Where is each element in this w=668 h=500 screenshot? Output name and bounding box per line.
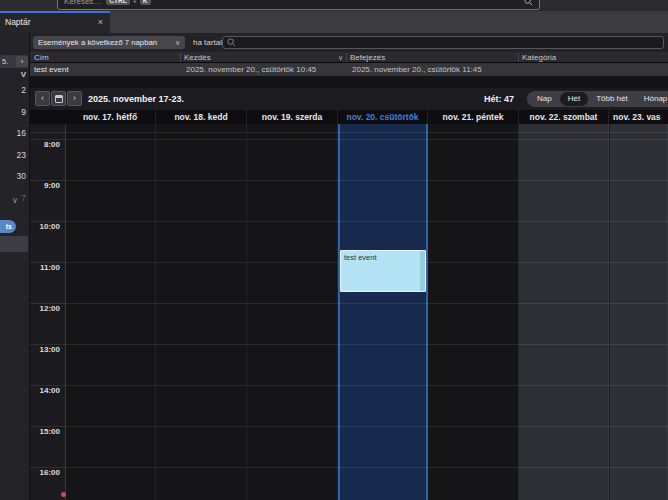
hour-label: 14:00 bbox=[30, 386, 60, 395]
date-range-title: 2025. november 17-23. bbox=[88, 88, 184, 110]
tab-strip: Naptár × bbox=[0, 11, 668, 33]
view-toggle-group: NapHétTöbb hétHónap bbox=[527, 91, 668, 107]
table-cell: 2025. november 20., csütörtök 10:45 bbox=[186, 63, 316, 76]
hour-label: 8:00 bbox=[30, 140, 60, 149]
tab-calendar[interactable]: Naptár × bbox=[0, 11, 110, 33]
minimonth-date[interactable]: 23 bbox=[0, 150, 26, 160]
column-header[interactable]: Cím bbox=[34, 52, 49, 63]
hour-label: 9:00 bbox=[30, 181, 60, 190]
minimonth-weekday-header: V bbox=[0, 70, 26, 79]
global-search-placeholder: Keresés… bbox=[64, 0, 101, 6]
hour-label: 12:00 bbox=[30, 304, 60, 313]
chevron-down-icon[interactable]: ∨ bbox=[12, 196, 28, 205]
table-bottom-gap bbox=[30, 76, 668, 88]
day-column[interactable] bbox=[610, 124, 668, 500]
day-header-cell[interactable]: nov. 19. szerda bbox=[247, 110, 338, 124]
minimonth-title-partial: 5. bbox=[0, 57, 8, 66]
tab-label: Naptár bbox=[5, 11, 31, 33]
tab-close-icon[interactable]: × bbox=[98, 11, 103, 33]
table-cell: test event bbox=[34, 63, 69, 76]
minimonth-date[interactable]: 16 bbox=[0, 128, 26, 138]
previous-week-button[interactable]: ‹ bbox=[35, 91, 50, 106]
day-header-row: nov. 17. hétfőnov. 18. keddnov. 19. szer… bbox=[30, 110, 668, 124]
event-table-row[interactable]: test event2025. november 20., csütörtök … bbox=[30, 63, 668, 76]
column-divider[interactable] bbox=[518, 53, 519, 62]
minimonth-next-button[interactable]: › bbox=[16, 56, 28, 67]
search-icon bbox=[227, 38, 236, 47]
today-button[interactable] bbox=[51, 91, 66, 106]
calendar-app-window: Keresés… CTRL+K Naptár × 5. › V 29162330… bbox=[0, 0, 668, 500]
column-header[interactable]: Befejezés bbox=[350, 52, 385, 63]
hour-label: 16:00 bbox=[30, 468, 60, 477]
hour-label: 13:00 bbox=[30, 345, 60, 354]
day-header-cell[interactable]: nov. 21. péntek bbox=[428, 110, 519, 124]
day-column[interactable] bbox=[519, 124, 609, 500]
calendar-nav-bar: ‹ › 2025. november 17-23. Hét: 47 NapHét… bbox=[30, 88, 668, 110]
sidebar-minimonth-panel: 5. › V 291623307 ∨ ts bbox=[0, 33, 30, 500]
view-toggle-option[interactable]: Több hét bbox=[588, 92, 636, 106]
day-column[interactable] bbox=[247, 124, 338, 500]
event-title: test event bbox=[341, 251, 425, 264]
keyboard-shortcut-badges: CTRL+K bbox=[106, 0, 150, 5]
week-grid[interactable]: test event 8:009:0010:0011:0012:0013:001… bbox=[30, 124, 668, 500]
shortcut-key-badge: CTRL bbox=[106, 0, 129, 5]
day-column[interactable] bbox=[65, 124, 156, 500]
event-filter-bar: Események a következő 7 napban ∨ ha tart… bbox=[30, 33, 668, 52]
day-header-cell[interactable]: nov. 18. kedd bbox=[156, 110, 247, 124]
minimonth-nav: 5. › bbox=[0, 55, 28, 68]
hour-label: 10:00 bbox=[30, 222, 60, 231]
event-table-header: ∨ CímKezdésBefejezésKategória bbox=[30, 52, 668, 63]
view-toggle-option[interactable]: Nap bbox=[529, 92, 560, 106]
shortcut-key-badge: K bbox=[140, 0, 151, 5]
day-column[interactable] bbox=[156, 124, 247, 500]
hour-label: 11:00 bbox=[30, 263, 60, 272]
day-column[interactable] bbox=[338, 124, 428, 500]
chevron-left-icon: ‹ bbox=[41, 93, 44, 103]
calendar-list-badge[interactable]: ts bbox=[0, 220, 16, 233]
column-divider[interactable] bbox=[180, 53, 181, 62]
calendar-icon bbox=[55, 95, 63, 103]
column-header[interactable]: Kategória bbox=[522, 52, 556, 63]
shortcut-plus: + bbox=[133, 0, 137, 5]
day-header-cell[interactable]: nov. 23. vas bbox=[610, 110, 668, 124]
day-column[interactable] bbox=[428, 124, 519, 500]
view-toggle-option[interactable]: Hónap bbox=[636, 92, 668, 106]
sort-descending-icon[interactable]: ∨ bbox=[338, 52, 343, 63]
search-icon bbox=[524, 0, 533, 6]
next-week-button[interactable]: › bbox=[67, 91, 82, 106]
scroll-marker-dot bbox=[61, 492, 66, 497]
minimonth-date[interactable]: 9 bbox=[0, 107, 26, 117]
event-range-dropdown[interactable]: Események a következő 7 napban ∨ bbox=[33, 36, 185, 49]
day-header-cell[interactable]: nov. 20. csütörtök bbox=[338, 110, 428, 124]
week-number-label: Hét: 47 bbox=[484, 88, 514, 110]
chevron-right-icon: › bbox=[73, 93, 76, 103]
column-divider[interactable] bbox=[346, 53, 347, 62]
top-toolbar: Keresés… CTRL+K bbox=[0, 0, 668, 11]
event-filter-input[interactable] bbox=[222, 36, 664, 49]
calendar-event[interactable]: test event bbox=[340, 250, 426, 292]
sidebar-clipped-control[interactable] bbox=[0, 236, 28, 252]
column-header[interactable]: Kezdés bbox=[184, 52, 211, 63]
table-cell: 2025. november 20., csütörtök 11:45 bbox=[352, 63, 482, 76]
global-search-input[interactable]: Keresés… CTRL+K bbox=[57, 0, 540, 10]
day-header-cell[interactable]: nov. 17. hétfő bbox=[65, 110, 156, 124]
minimonth-date[interactable]: 30 bbox=[0, 171, 26, 181]
hour-label: 15:00 bbox=[30, 427, 60, 436]
chevron-down-icon: ∨ bbox=[175, 39, 180, 47]
view-toggle-selected[interactable]: Hét bbox=[560, 92, 588, 106]
day-header-cell[interactable]: nov. 22. szombat bbox=[519, 110, 609, 124]
event-range-dropdown-label: Események a következő 7 napban bbox=[38, 38, 157, 47]
minimonth-date[interactable]: 2 bbox=[0, 85, 26, 95]
